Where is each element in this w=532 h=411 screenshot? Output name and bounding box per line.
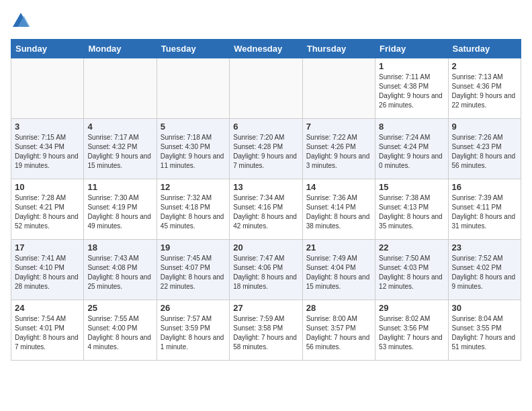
col-header-saturday: Saturday [448, 40, 521, 58]
day-number: 5 [161, 122, 226, 132]
day-info: Sunrise: 7:22 AM Sunset: 4:26 PM Dayligh… [306, 133, 371, 171]
day-number: 9 [452, 122, 517, 132]
logo-icon [11, 11, 31, 31]
day-cell: 23Sunrise: 7:52 AM Sunset: 4:02 PM Dayli… [448, 240, 521, 300]
day-number: 25 [87, 303, 152, 313]
day-cell: 26Sunrise: 7:57 AM Sunset: 3:59 PM Dayli… [157, 300, 229, 361]
day-cell: 4Sunrise: 7:17 AM Sunset: 4:32 PM Daylig… [84, 119, 157, 179]
day-info: Sunrise: 7:43 AM Sunset: 4:08 PM Dayligh… [87, 254, 152, 291]
calendar-table: SundayMondayTuesdayWednesdayThursdayFrid… [11, 39, 521, 361]
day-info: Sunrise: 7:18 AM Sunset: 4:30 PM Dayligh… [161, 133, 226, 171]
day-number: 15 [379, 182, 444, 192]
day-info: Sunrise: 7:17 AM Sunset: 4:32 PM Dayligh… [87, 133, 152, 171]
day-cell: 16Sunrise: 7:39 AM Sunset: 4:11 PM Dayli… [448, 179, 521, 240]
day-info: Sunrise: 8:00 AM Sunset: 3:57 PM Dayligh… [306, 314, 371, 352]
day-cell: 6Sunrise: 7:20 AM Sunset: 4:28 PM Daylig… [230, 119, 302, 179]
day-number: 1 [379, 61, 444, 71]
day-info: Sunrise: 7:59 AM Sunset: 3:58 PM Dayligh… [233, 314, 298, 352]
day-info: Sunrise: 7:24 AM Sunset: 4:24 PM Dayligh… [379, 133, 444, 171]
day-cell: 18Sunrise: 7:43 AM Sunset: 4:08 PM Dayli… [84, 240, 157, 300]
day-info: Sunrise: 7:47 AM Sunset: 4:06 PM Dayligh… [233, 254, 298, 291]
day-cell: 13Sunrise: 7:34 AM Sunset: 4:16 PM Dayli… [230, 179, 302, 240]
day-info: Sunrise: 7:13 AM Sunset: 4:36 PM Dayligh… [452, 73, 517, 110]
day-info: Sunrise: 7:45 AM Sunset: 4:07 PM Dayligh… [161, 254, 226, 291]
day-info: Sunrise: 7:54 AM Sunset: 4:01 PM Dayligh… [15, 314, 80, 352]
day-number: 22 [379, 242, 444, 253]
day-number: 3 [15, 122, 80, 132]
day-cell: 3Sunrise: 7:15 AM Sunset: 4:34 PM Daylig… [11, 119, 84, 179]
day-cell: 17Sunrise: 7:41 AM Sunset: 4:10 PM Dayli… [11, 240, 84, 300]
day-number: 11 [87, 182, 152, 192]
day-cell: 20Sunrise: 7:47 AM Sunset: 4:06 PM Dayli… [230, 240, 302, 300]
col-header-wednesday: Wednesday [230, 40, 302, 58]
day-info: Sunrise: 7:28 AM Sunset: 4:21 PM Dayligh… [15, 193, 80, 231]
day-cell: 25Sunrise: 7:55 AM Sunset: 4:00 PM Dayli… [84, 300, 157, 361]
day-info: Sunrise: 7:39 AM Sunset: 4:11 PM Dayligh… [452, 193, 517, 231]
day-number: 2 [452, 61, 517, 71]
day-cell: 1Sunrise: 7:11 AM Sunset: 4:38 PM Daylig… [375, 58, 448, 119]
day-cell: 22Sunrise: 7:50 AM Sunset: 4:03 PM Dayli… [375, 240, 448, 300]
header [11, 11, 521, 31]
day-info: Sunrise: 8:02 AM Sunset: 3:56 PM Dayligh… [379, 314, 444, 352]
logo [11, 11, 34, 31]
day-info: Sunrise: 7:41 AM Sunset: 4:10 PM Dayligh… [15, 254, 80, 291]
day-number: 19 [161, 242, 226, 253]
day-cell [302, 58, 375, 119]
day-cell: 8Sunrise: 7:24 AM Sunset: 4:24 PM Daylig… [375, 119, 448, 179]
day-cell: 7Sunrise: 7:22 AM Sunset: 4:26 PM Daylig… [302, 119, 375, 179]
day-cell [157, 58, 229, 119]
day-number: 12 [161, 182, 226, 192]
week-row-3: 10Sunrise: 7:28 AM Sunset: 4:21 PM Dayli… [11, 179, 521, 240]
day-number: 28 [306, 303, 371, 313]
day-number: 24 [15, 303, 80, 313]
day-info: Sunrise: 7:15 AM Sunset: 4:34 PM Dayligh… [15, 133, 80, 171]
day-cell [11, 58, 84, 119]
col-header-tuesday: Tuesday [157, 40, 229, 58]
day-cell: 27Sunrise: 7:59 AM Sunset: 3:58 PM Dayli… [230, 300, 302, 361]
header-row: SundayMondayTuesdayWednesdayThursdayFrid… [11, 40, 521, 58]
day-cell: 15Sunrise: 7:38 AM Sunset: 4:13 PM Dayli… [375, 179, 448, 240]
day-info: Sunrise: 7:38 AM Sunset: 4:13 PM Dayligh… [379, 193, 444, 231]
day-cell: 29Sunrise: 8:02 AM Sunset: 3:56 PM Dayli… [375, 300, 448, 361]
day-number: 16 [452, 182, 517, 192]
day-info: Sunrise: 7:55 AM Sunset: 4:00 PM Dayligh… [87, 314, 152, 352]
day-number: 13 [233, 182, 298, 192]
day-cell: 14Sunrise: 7:36 AM Sunset: 4:14 PM Dayli… [302, 179, 375, 240]
day-number: 8 [379, 122, 444, 132]
week-row-1: 1Sunrise: 7:11 AM Sunset: 4:38 PM Daylig… [11, 58, 521, 119]
day-number: 14 [306, 182, 371, 192]
day-number: 21 [306, 242, 371, 253]
col-header-friday: Friday [375, 40, 448, 58]
day-cell [230, 58, 302, 119]
day-number: 30 [452, 303, 517, 313]
day-cell: 9Sunrise: 7:26 AM Sunset: 4:23 PM Daylig… [448, 119, 521, 179]
day-number: 6 [233, 122, 298, 132]
day-info: Sunrise: 8:04 AM Sunset: 3:55 PM Dayligh… [452, 314, 517, 352]
day-number: 18 [87, 242, 152, 253]
day-cell: 19Sunrise: 7:45 AM Sunset: 4:07 PM Dayli… [157, 240, 229, 300]
day-info: Sunrise: 7:34 AM Sunset: 4:16 PM Dayligh… [233, 193, 298, 231]
day-info: Sunrise: 7:11 AM Sunset: 4:38 PM Dayligh… [379, 73, 444, 110]
day-number: 7 [306, 122, 371, 132]
col-header-monday: Monday [84, 40, 157, 58]
day-cell: 30Sunrise: 8:04 AM Sunset: 3:55 PM Dayli… [448, 300, 521, 361]
day-cell [84, 58, 157, 119]
day-info: Sunrise: 7:36 AM Sunset: 4:14 PM Dayligh… [306, 193, 371, 231]
day-number: 17 [15, 242, 80, 253]
day-info: Sunrise: 7:49 AM Sunset: 4:04 PM Dayligh… [306, 254, 371, 291]
day-cell: 10Sunrise: 7:28 AM Sunset: 4:21 PM Dayli… [11, 179, 84, 240]
day-number: 26 [161, 303, 226, 313]
day-info: Sunrise: 7:30 AM Sunset: 4:19 PM Dayligh… [87, 193, 152, 231]
day-number: 23 [452, 242, 517, 253]
day-info: Sunrise: 7:26 AM Sunset: 4:23 PM Dayligh… [452, 133, 517, 171]
day-cell: 28Sunrise: 8:00 AM Sunset: 3:57 PM Dayli… [302, 300, 375, 361]
col-header-sunday: Sunday [11, 40, 84, 58]
day-number: 4 [87, 122, 152, 132]
day-number: 10 [15, 182, 80, 192]
day-info: Sunrise: 7:50 AM Sunset: 4:03 PM Dayligh… [379, 254, 444, 291]
week-row-5: 24Sunrise: 7:54 AM Sunset: 4:01 PM Dayli… [11, 300, 521, 361]
day-cell: 11Sunrise: 7:30 AM Sunset: 4:19 PM Dayli… [84, 179, 157, 240]
col-header-thursday: Thursday [302, 40, 375, 58]
day-cell: 24Sunrise: 7:54 AM Sunset: 4:01 PM Dayli… [11, 300, 84, 361]
week-row-4: 17Sunrise: 7:41 AM Sunset: 4:10 PM Dayli… [11, 240, 521, 300]
